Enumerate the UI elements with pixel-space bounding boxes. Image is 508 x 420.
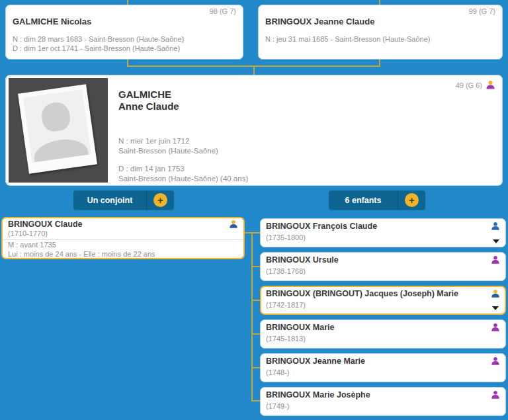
male-sosa-icon (229, 220, 238, 229)
father-id: 98 (G 7) (13, 7, 236, 16)
male-icon (491, 222, 500, 231)
connector-child-stub-5 (251, 367, 260, 368)
main-id-row: 49 (G 6) (456, 80, 495, 90)
child-dates: (1735-1800) (266, 233, 500, 242)
plus-icon[interactable]: + (153, 193, 167, 207)
add-child-button[interactable]: + (398, 190, 425, 210)
female-sosa-icon (486, 80, 495, 90)
family-tree-view: 98 (G 7) GALMICHE Nicolas N : dim 28 mar… (0, 0, 508, 420)
children-count-label: 6 enfants (329, 190, 398, 210)
connector-center-drop (253, 65, 255, 75)
father-details: N : dim 28 mars 1683 - Saint-Bresson (Ha… (13, 35, 236, 53)
marriage-info: M : avant 1735 (8, 241, 238, 250)
person-silhouette-icon (23, 89, 91, 163)
connector-child-stub-1 (251, 232, 260, 233)
father-card[interactable]: 98 (G 7) GALMICHE Nicolas N : dim 28 mar… (5, 5, 243, 60)
add-spouse-button[interactable]: + (146, 190, 174, 210)
death-date: D : dim 14 jan 1753 (118, 164, 248, 174)
main-person-surname: GALMICHE (118, 89, 179, 101)
connector-child-stub-2 (251, 266, 260, 267)
child-name: BRINGOUX François Claude (266, 222, 377, 231)
birth-date: N : mer 1er juin 1712 (118, 136, 218, 146)
photo-placeholder[interactable] (9, 78, 108, 183)
main-person-birth: N : mer 1er juin 1712 Saint-Bresson (Hau… (118, 136, 218, 156)
female-icon (491, 390, 500, 399)
connector-child-stub-3 (251, 300, 260, 301)
connector-child-stub-4 (251, 333, 260, 335)
children-count-button[interactable]: 6 enfants + (329, 190, 425, 210)
female-icon (491, 357, 500, 366)
female-icon (491, 323, 500, 332)
child-name: BRINGOUX (BRINGOUT) Jacques (Joseph) Mar… (266, 289, 458, 299)
child-dates: (1742-1817) (266, 300, 500, 310)
main-person-name: GALMICHE Anne Claude (118, 89, 179, 112)
child-name: BRINGOUX Ursule (266, 255, 339, 265)
expand-descendants-icon[interactable] (492, 306, 499, 310)
spouse-name: BRINGOUX Claude (8, 220, 83, 230)
father-death: D : dim 1er oct 1741 - Saint-Bresson (Ha… (13, 44, 236, 54)
child-name: BRINGOUX Jeanne Marie (266, 357, 365, 366)
child-card-1[interactable]: BRINGOUX François Claude (1735-1800) (260, 218, 506, 247)
child-name: BRINGOUX Marie Josèphe (266, 390, 370, 400)
child-card-5[interactable]: BRINGOUX Jeanne Marie (1748-) (260, 353, 506, 382)
child-dates: (1745-1813) (266, 334, 500, 343)
father-name: GALMICHE Nicolas (13, 17, 236, 26)
mother-name: BRINGOUX Jeanne Claude (265, 17, 495, 26)
mother-id: 99 (G 7) (265, 7, 495, 16)
child-card-6[interactable]: BRINGOUX Marie Josèphe (1749-) (260, 387, 506, 416)
main-person-death: D : dim 14 jan 1753 Saint-Bresson (Haute… (118, 164, 248, 184)
death-place: Saint-Bresson (Haute-Saône) (40 ans) (118, 174, 248, 184)
spouse-card[interactable]: BRINGOUX Claude (1710-1770) M : avant 17… (1, 217, 245, 259)
connector-children-trunk (251, 232, 253, 401)
birth-place: Saint-Bresson (Haute-Saône) (118, 146, 218, 156)
spouse-count-button[interactable]: Un conjoint + (73, 190, 174, 210)
polaroid-frame (18, 84, 97, 173)
child-dates: (1748-) (266, 368, 500, 377)
female-icon (491, 255, 500, 265)
divider (3, 239, 243, 240)
child-card-3[interactable]: BRINGOUX (BRINGOUT) Jacques (Joseph) Mar… (260, 286, 506, 315)
mother-card[interactable]: 99 (G 7) BRINGOUX Jeanne Claude N : jeu … (258, 5, 503, 60)
main-person-id: 49 (G 6) (456, 81, 482, 89)
male-sosa-icon (491, 289, 500, 298)
spouse-count-label: Un conjoint (73, 190, 146, 210)
child-dates: (1749-) (266, 401, 500, 411)
child-dates: (1738-1768) (266, 267, 500, 276)
father-birth: N : dim 28 mars 1683 - Saint-Bresson (Ha… (13, 35, 236, 44)
spouse-dates: (1710-1770) (8, 230, 238, 238)
mother-birth: N : jeu 31 mai 1685 - Saint-Bresson (Hau… (265, 35, 495, 44)
connector-child-stub-6 (251, 400, 260, 401)
expand-descendants-icon[interactable] (493, 239, 499, 243)
child-card-2[interactable]: BRINGOUX Ursule (1738-1768) (260, 252, 506, 281)
child-card-4[interactable]: BRINGOUX Marie (1745-1813) (260, 319, 506, 349)
main-person-card[interactable]: 49 (G 6) GALMICHE Anne Claude N : mer 1e… (5, 75, 503, 186)
marriage-ages: Lui : moins de 24 ans - Elle : moins de … (8, 250, 238, 259)
main-person-given: Anne Claude (118, 101, 179, 112)
child-name: BRINGOUX Marie (266, 323, 335, 333)
mother-details: N : jeu 31 mai 1685 - Saint-Bresson (Hau… (265, 35, 495, 44)
plus-icon[interactable]: + (405, 193, 419, 207)
